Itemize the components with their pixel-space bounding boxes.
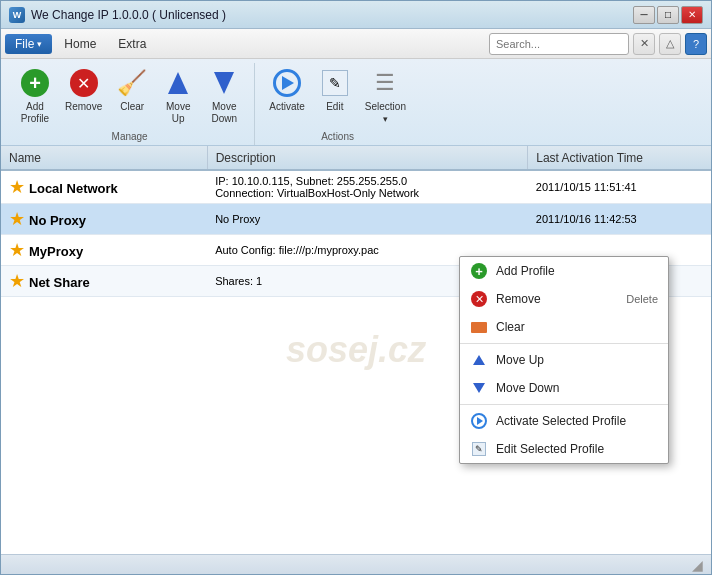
context-menu-item-add-profile[interactable]: +Add Profile bbox=[460, 257, 668, 285]
col-header-last-activation: Last Activation Time bbox=[528, 146, 711, 170]
context-menu-separator bbox=[460, 404, 668, 405]
search-help-button[interactable]: ? bbox=[685, 33, 707, 55]
watermark: sosej.cz bbox=[286, 329, 426, 371]
clear-icon bbox=[470, 318, 488, 336]
ribbon-group-manage: + AddProfile ✕ Remove 🧹 Clear bbox=[9, 63, 255, 145]
status-bar: ◢ bbox=[1, 554, 711, 574]
search-area: ✕ △ ? bbox=[489, 33, 707, 55]
activate-icon bbox=[470, 412, 488, 430]
profile-name: Local Network bbox=[29, 181, 118, 196]
profile-name-cell: ★MyProxy bbox=[1, 235, 207, 266]
table-row[interactable]: ★Local NetworkIP: 10.10.0.115, Subnet: 2… bbox=[1, 170, 711, 204]
profile-last-activation-cell: 2011/10/15 11:51:41 bbox=[528, 170, 711, 204]
plus-icon: + bbox=[470, 262, 488, 280]
activate-icon bbox=[271, 67, 303, 99]
up-icon bbox=[470, 351, 488, 369]
context-menu-item-move-up[interactable]: Move Up bbox=[460, 346, 668, 374]
selection-icon: ☰ bbox=[369, 67, 401, 99]
remove-label: Remove bbox=[65, 101, 102, 113]
search-nav-up-button[interactable]: △ bbox=[659, 33, 681, 55]
star-icon: ★ bbox=[9, 209, 25, 229]
context-menu-label: Clear bbox=[496, 320, 658, 334]
ribbon-actions-buttons: Activate ✎ Edit ☰ Selection▾ bbox=[263, 63, 412, 129]
context-menu-item-remove[interactable]: ✕RemoveDelete bbox=[460, 285, 668, 313]
file-menu-button[interactable]: File ▾ bbox=[5, 34, 52, 54]
content-area: sosej.cz Name Description Last Activatio… bbox=[1, 146, 711, 554]
title-bar-controls: ─ □ ✕ bbox=[633, 6, 703, 24]
profile-name-cell: ★No Proxy bbox=[1, 204, 207, 235]
remove-button[interactable]: ✕ Remove bbox=[59, 63, 108, 129]
ribbon-manage-buttons: + AddProfile ✕ Remove 🧹 Clear bbox=[13, 63, 246, 129]
edit-icon: ✎ bbox=[470, 440, 488, 458]
close-button[interactable]: ✕ bbox=[681, 6, 703, 24]
move-up-button[interactable]: MoveUp bbox=[156, 63, 200, 129]
context-menu-label: Add Profile bbox=[496, 264, 658, 278]
maximize-button[interactable]: □ bbox=[657, 6, 679, 24]
context-menu-separator bbox=[460, 343, 668, 344]
profile-name-cell: ★Local Network bbox=[1, 170, 207, 204]
context-menu-label: Edit Selected Profile bbox=[496, 442, 658, 456]
resize-grip: ◢ bbox=[692, 557, 703, 573]
window-title: We Change IP 1.0.0.0 ( Unlicensed ) bbox=[31, 8, 633, 22]
move-down-label: MoveDown bbox=[211, 101, 237, 125]
context-menu-label: Move Down bbox=[496, 381, 658, 395]
search-clear-button[interactable]: ✕ bbox=[633, 33, 655, 55]
profile-name: No Proxy bbox=[29, 213, 86, 228]
main-window: W We Change IP 1.0.0.0 ( Unlicensed ) ─ … bbox=[0, 0, 712, 575]
star-icon: ★ bbox=[9, 271, 25, 291]
move-up-label: MoveUp bbox=[166, 101, 190, 125]
col-header-description: Description bbox=[207, 146, 528, 170]
search-input[interactable] bbox=[489, 33, 629, 55]
context-menu-label: Move Up bbox=[496, 353, 658, 367]
remove-icon: ✕ bbox=[470, 290, 488, 308]
ribbon-toolbar: + AddProfile ✕ Remove 🧹 Clear bbox=[1, 59, 711, 146]
clear-label: Clear bbox=[120, 101, 144, 113]
profile-last-activation-cell: 2011/10/16 11:42:53 bbox=[528, 204, 711, 235]
move-up-icon bbox=[162, 67, 194, 99]
edit-button[interactable]: ✎ Edit bbox=[313, 63, 357, 129]
profile-name-cell: ★Net Share bbox=[1, 266, 207, 297]
context-menu-shortcut: Delete bbox=[626, 293, 658, 305]
profile-description-cell: IP: 10.10.0.115, Subnet: 255.255.255.0Co… bbox=[207, 170, 528, 204]
clear-icon: 🧹 bbox=[116, 67, 148, 99]
home-menu-tab[interactable]: Home bbox=[54, 33, 106, 55]
menu-bar: File ▾ Home Extra ✕ △ ? bbox=[1, 29, 711, 59]
context-menu-label: Remove bbox=[496, 292, 618, 306]
down-icon bbox=[470, 379, 488, 397]
move-down-button[interactable]: MoveDown bbox=[202, 63, 246, 129]
edit-label: Edit bbox=[326, 101, 343, 113]
col-header-name: Name bbox=[1, 146, 207, 170]
context-menu-item-move-down[interactable]: Move Down bbox=[460, 374, 668, 402]
add-profile-button[interactable]: + AddProfile bbox=[13, 63, 57, 129]
star-icon: ★ bbox=[9, 177, 25, 197]
remove-icon: ✕ bbox=[68, 67, 100, 99]
context-menu-item-edit-selected[interactable]: ✎Edit Selected Profile bbox=[460, 435, 668, 463]
app-icon: W bbox=[9, 7, 25, 23]
actions-group-label: Actions bbox=[321, 129, 354, 145]
activate-button[interactable]: Activate bbox=[263, 63, 311, 129]
context-menu-label: Activate Selected Profile bbox=[496, 414, 658, 428]
ribbon-group-actions: Activate ✎ Edit ☰ Selection▾ Actions bbox=[259, 63, 420, 145]
star-icon: ★ bbox=[9, 240, 25, 260]
selection-label: Selection▾ bbox=[365, 101, 406, 125]
profile-description-cell: No Proxy bbox=[207, 204, 528, 235]
add-profile-label: AddProfile bbox=[21, 101, 49, 125]
extra-menu-tab[interactable]: Extra bbox=[108, 33, 156, 55]
selection-button[interactable]: ☰ Selection▾ bbox=[359, 63, 412, 129]
edit-icon: ✎ bbox=[319, 67, 351, 99]
title-bar: W We Change IP 1.0.0.0 ( Unlicensed ) ─ … bbox=[1, 1, 711, 29]
context-menu: +Add Profile✕RemoveDeleteClearMove UpMov… bbox=[459, 256, 669, 464]
context-menu-item-clear[interactable]: Clear bbox=[460, 313, 668, 341]
minimize-button[interactable]: ─ bbox=[633, 6, 655, 24]
profile-name: MyProxy bbox=[29, 244, 83, 259]
manage-group-label: Manage bbox=[112, 129, 148, 145]
activate-label: Activate bbox=[269, 101, 305, 113]
table-row[interactable]: ★No ProxyNo Proxy2011/10/16 11:42:53 bbox=[1, 204, 711, 235]
profile-name: Net Share bbox=[29, 275, 90, 290]
add-profile-icon: + bbox=[19, 67, 51, 99]
context-menu-item-activate-selected[interactable]: Activate Selected Profile bbox=[460, 407, 668, 435]
clear-button[interactable]: 🧹 Clear bbox=[110, 63, 154, 129]
move-down-icon bbox=[208, 67, 240, 99]
